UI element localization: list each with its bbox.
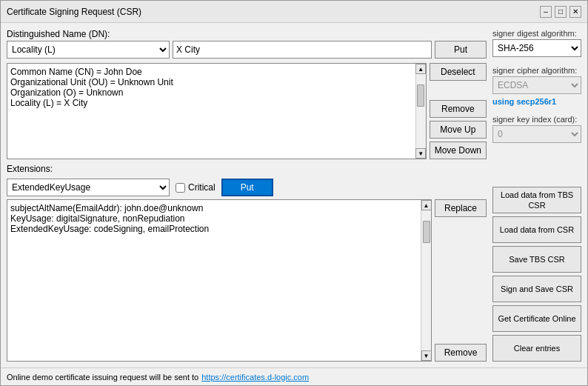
remove-button[interactable]: Remove xyxy=(430,100,487,118)
ext-label: Extensions: xyxy=(7,164,487,174)
window-title: Certificate Signing Request (CSR) xyxy=(7,7,141,17)
signer-digest-label: signer digest algorithm: xyxy=(492,29,581,38)
move-down-button[interactable]: Move Down xyxy=(430,142,487,159)
signer-cipher-label: signer cipher algorithm: xyxy=(492,66,581,75)
minimize-button[interactable]: – xyxy=(540,6,552,18)
dn-textarea-container: Common Name (CN) = John Doe Organization… xyxy=(7,63,427,159)
status-bar: Online demo certificate issuing request … xyxy=(1,367,587,385)
signer-digest-group: signer digest algorithm: SHA-256 xyxy=(492,29,581,57)
dn-row: Locality (L) Put xyxy=(7,41,487,59)
ext-replace-button[interactable]: Replace xyxy=(435,199,487,217)
signer-key-label: signer key index (card): xyxy=(492,115,581,124)
dn-textarea-content[interactable]: Common Name (CN) = John Doe Organization… xyxy=(7,64,415,159)
dn-scroll-thumb[interactable] xyxy=(417,84,424,107)
dn-input[interactable] xyxy=(173,41,432,59)
load-tbs-button[interactable]: Load data from TBS CSR xyxy=(492,187,581,213)
dn-scroll-down[interactable]: ▼ xyxy=(415,148,426,159)
ext-put-button[interactable]: Put xyxy=(221,179,273,196)
ext-section: Extensions: ExtendedKeyUsage Critical Pu… xyxy=(7,164,487,362)
ext-textarea-content[interactable]: subjectAltName(EmailAddr): john.doe@unkn… xyxy=(7,200,421,361)
right-panel: signer digest algorithm: SHA-256 signer … xyxy=(492,29,581,362)
ext-textarea-container: subjectAltName(EmailAddr): john.doe@unkn… xyxy=(7,199,432,362)
move-up-button[interactable]: Move Up xyxy=(430,121,487,139)
curve-text: using secp256r1 xyxy=(492,97,581,106)
signer-cipher-group: signer cipher algorithm: ECDSA using sec… xyxy=(492,66,581,106)
signer-key-group: signer key index (card): 0 xyxy=(492,115,581,143)
dn-scroll-up[interactable]: ▲ xyxy=(415,64,426,74)
status-text: Online demo certificate issuing request … xyxy=(7,373,198,382)
critical-checkbox[interactable] xyxy=(176,183,185,193)
ext-middle: subjectAltName(EmailAddr): john.doe@unkn… xyxy=(7,199,487,362)
ext-select[interactable]: ExtendedKeyUsage xyxy=(7,179,170,196)
title-bar-controls: – □ ✕ xyxy=(540,6,581,18)
maximize-button[interactable]: □ xyxy=(555,6,567,18)
dn-buttons: Deselect Remove Move Up Move Down xyxy=(430,63,487,159)
title-bar: Certificate Signing Request (CSR) – □ ✕ xyxy=(1,1,587,23)
dn-select[interactable]: Locality (L) xyxy=(7,41,170,59)
close-button[interactable]: ✕ xyxy=(569,6,581,18)
critical-label: Critical xyxy=(188,182,216,193)
main-window: Certificate Signing Request (CSR) – □ ✕ … xyxy=(0,0,588,386)
critical-checkbox-label[interactable]: Critical xyxy=(176,182,216,193)
get-cert-button[interactable]: Get Certificate Online xyxy=(492,305,581,332)
clear-entries-button[interactable]: Clear entries xyxy=(492,335,581,362)
ext-remove-button[interactable]: Remove xyxy=(435,344,487,362)
signer-key-select[interactable]: 0 xyxy=(492,125,581,143)
dn-label: Distinguished Name (DN): xyxy=(7,29,487,39)
dn-scrollbar[interactable]: ▲ ▼ xyxy=(415,64,426,159)
deselect-button[interactable]: Deselect xyxy=(430,63,487,81)
right-spacer xyxy=(492,152,581,184)
signer-digest-select[interactable]: SHA-256 xyxy=(492,39,581,57)
save-tbs-button[interactable]: Save TBS CSR xyxy=(492,246,581,273)
dn-middle: Common Name (CN) = John Doe Organization… xyxy=(7,63,487,159)
ext-scroll-thumb[interactable] xyxy=(423,221,430,243)
dn-text: Common Name (CN) = John Doe Organization… xyxy=(10,67,173,108)
ext-row: ExtendedKeyUsage Critical Put xyxy=(7,179,487,196)
signer-cipher-select[interactable]: ECDSA xyxy=(492,76,581,94)
dn-put-button[interactable]: Put xyxy=(435,41,487,59)
content-area: Distinguished Name (DN): Locality (L) Pu… xyxy=(1,23,587,367)
ext-scrollbar[interactable]: ▲ ▼ xyxy=(421,200,431,361)
ext-scroll-up[interactable]: ▲ xyxy=(421,200,432,210)
status-link[interactable]: https://certificates.d-logic.com xyxy=(201,373,309,382)
load-csr-button[interactable]: Load data from CSR xyxy=(492,216,581,243)
ext-text: subjectAltName(EmailAddr): john.doe@unkn… xyxy=(10,203,209,234)
dn-section: Distinguished Name (DN): Locality (L) Pu… xyxy=(7,29,487,59)
sign-save-button[interactable]: Sign and Save CSR xyxy=(492,276,581,302)
left-panel: Distinguished Name (DN): Locality (L) Pu… xyxy=(7,29,487,362)
ext-scroll-down[interactable]: ▼ xyxy=(421,350,432,361)
ext-buttons: Replace Remove xyxy=(435,199,487,362)
